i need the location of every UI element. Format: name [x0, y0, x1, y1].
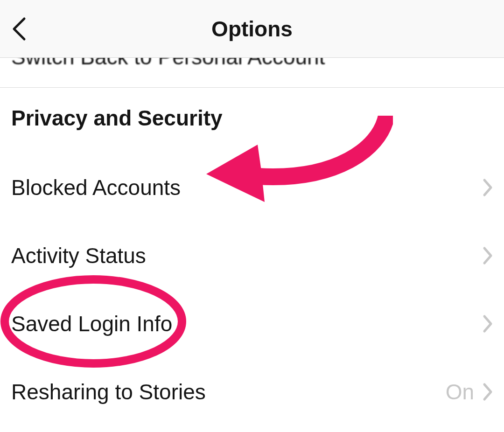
content-area[interactable]: Switch Back to Personal Account Privacy … — [0, 58, 504, 432]
list-item-label: Saved Login Info — [11, 311, 172, 336]
list-item-activity-status[interactable]: Activity Status — [0, 242, 504, 270]
divider — [0, 87, 504, 88]
list-item-label: Resharing to Stories — [11, 379, 206, 404]
list-item-label: Switch Back to Personal Account — [11, 58, 325, 69]
chevron-right-icon — [483, 383, 493, 401]
nav-bar: Options — [0, 0, 504, 58]
list-item-blocked-accounts[interactable]: Blocked Accounts — [0, 174, 504, 202]
chevron-right-icon — [483, 246, 493, 265]
section-header-privacy: Privacy and Security — [11, 105, 223, 131]
list-item-label: Blocked Accounts — [11, 175, 181, 200]
page-title: Options — [211, 16, 293, 42]
back-button[interactable] — [10, 0, 29, 57]
list-item-value: On — [446, 379, 474, 404]
list-item[interactable]: Switch Back to Personal Account — [11, 58, 325, 70]
list-item-resharing-to-stories[interactable]: Resharing to Stories On — [0, 378, 504, 406]
list-item-label: Activity Status — [11, 243, 146, 268]
chevron-right-icon — [483, 314, 493, 333]
chevron-left-icon — [10, 15, 29, 43]
list-item-saved-login-info[interactable]: Saved Login Info — [0, 310, 504, 338]
chevron-right-icon — [483, 178, 493, 197]
